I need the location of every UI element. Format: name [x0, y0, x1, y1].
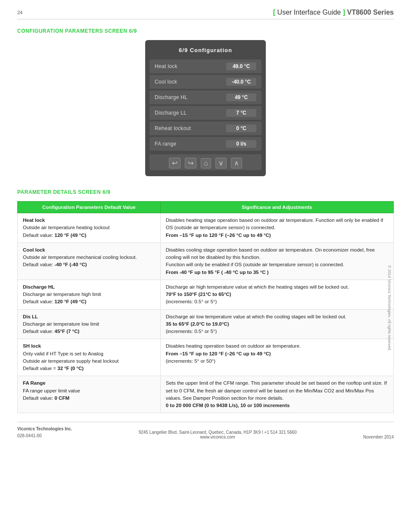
config-row-heat-lock: Heat lock 49.0 °C — [149, 59, 262, 73]
config-section-title: CONFIGURATION PARAMETERS SCREEN 6/9 — [17, 28, 394, 34]
series-label: VT8600 Series — [347, 9, 394, 16]
table-row-sh-lock: SH lock Only valid if HT Type is set to … — [18, 339, 394, 376]
heat-lock-label: Heat lock — [155, 63, 226, 69]
heat-lock-sig: Disables heating stage operation based o… — [160, 213, 393, 243]
discharge-hl-sig: Discharge air high temperature value at … — [160, 280, 393, 309]
copyright-text: © 2014 Viconics Technologies. All rights… — [387, 265, 392, 351]
fa-range-param: FA Range FA range upper limit value Defa… — [18, 376, 161, 413]
footer-right: November 2014 — [363, 435, 394, 439]
discharge-ll-label: Discharge LL — [155, 110, 226, 116]
header-title: [ User Interface Guide ] VT8600 Series — [273, 9, 394, 16]
table-row-cool-lock: Cool lock Outside air temperature mechan… — [18, 243, 394, 280]
config-buttons-row: ↩ ↪ ⌂ ∨ ∧ — [149, 154, 262, 170]
param-table: Configuration Parameters Default Value S… — [17, 201, 394, 413]
btn-forward[interactable]: ↪ — [185, 158, 196, 168]
fa-range-label: FA range — [155, 141, 226, 147]
footer-left: Viconics Technologies Inc. 028-0441-00 — [17, 426, 72, 439]
fa-range-sig: Sets the upper limit of the CFM range. T… — [160, 376, 393, 413]
page-footer: Viconics Technologies Inc. 028-0441-00 9… — [17, 422, 394, 439]
dis-ll-sig: Discharge air low temperature value at w… — [160, 309, 393, 339]
cool-lock-name: Cool lock — [23, 247, 45, 252]
discharge-hl-value: 49 °C — [226, 93, 256, 101]
footer-center: 9245 Langelier Blvd. Saint-Leonard, Queb… — [139, 430, 297, 439]
btn-down[interactable]: ∨ — [215, 158, 227, 168]
col-header-significance: Significance and Adjustments — [160, 202, 393, 213]
table-row-fa-range: FA Range FA range upper limit value Defa… — [18, 376, 394, 413]
config-screen-wrapper: 6/9 Configuration Heat lock 49.0 °C Cool… — [17, 40, 394, 176]
discharge-hl-name: Discharge HL — [23, 284, 55, 289]
discharge-hl-param: Discharge HL Discharge air temperature h… — [18, 280, 161, 309]
config-screen-title: 6/9 Configuration — [145, 47, 266, 53]
guide-label: User Interface Guide — [277, 9, 341, 16]
dis-ll-name: Dis LL — [23, 314, 38, 319]
footer-date: November 2014 — [363, 435, 394, 439]
dis-ll-param: Dis LL Discharge air temperature low lim… — [18, 309, 161, 339]
page-header: 24 [ User Interface Guide ] VT8600 Serie… — [17, 9, 394, 19]
param-details-title: PARAMETER DETAILS SCREEN 6/9 — [17, 189, 394, 195]
cool-lock-value: -40.0 °C — [226, 78, 256, 86]
reheat-lockout-value: 0 °C — [226, 124, 256, 132]
reheat-lockout-label: Reheat lockout — [155, 125, 226, 131]
footer-address: 9245 Langelier Blvd. Saint-Leonard, Queb… — [139, 430, 297, 435]
config-row-discharge-ll: Discharge LL 7 °C — [149, 106, 262, 120]
config-row-fa-range: FA range 0 l/s — [149, 137, 262, 151]
config-section: CONFIGURATION PARAMETERS SCREEN 6/9 6/9 … — [17, 28, 394, 176]
discharge-ll-value: 7 °C — [226, 109, 256, 117]
bracket-open: [ — [273, 9, 275, 16]
table-row-discharge-hl: Discharge HL Discharge air temperature h… — [18, 280, 394, 309]
cool-lock-param: Cool lock Outside air temperature mechan… — [18, 243, 161, 280]
btn-up[interactable]: ∧ — [231, 158, 242, 168]
config-row-reheat-lockout: Reheat lockout 0 °C — [149, 121, 262, 135]
heat-lock-value: 49.0 °C — [226, 62, 256, 70]
footer-doc-number: 028-0441-00 — [17, 433, 42, 438]
param-details-section: PARAMETER DETAILS SCREEN 6/9 Configurati… — [17, 189, 394, 413]
table-row-dis-ll: Dis LL Discharge air temperature low lim… — [18, 309, 394, 339]
config-row-discharge-hl: Discharge HL 49 °C — [149, 90, 262, 104]
btn-home[interactable]: ⌂ — [201, 158, 211, 168]
cool-lock-sig: Disables cooling stage operation based o… — [160, 243, 393, 280]
col-header-config: Configuration Parameters Default Value — [18, 202, 161, 213]
sh-lock-param: SH lock Only valid if HT Type is set to … — [18, 339, 161, 376]
fa-range-name: FA Range — [23, 380, 46, 386]
sh-lock-sig: Disables heating operation based on outd… — [160, 339, 393, 376]
sh-lock-name: SH lock — [23, 343, 41, 348]
footer-website: www.viconics.com — [200, 435, 235, 439]
discharge-hl-label: Discharge HL — [155, 94, 226, 100]
bracket-close: ] — [343, 9, 345, 16]
heat-lock-name: Heat lock — [23, 218, 45, 223]
btn-back[interactable]: ↩ — [169, 158, 181, 168]
page-number: 24 — [17, 10, 22, 15]
table-row-heat-lock: Heat lock Outside air temperature heatin… — [18, 213, 394, 243]
heat-lock-param: Heat lock Outside air temperature heatin… — [18, 213, 161, 243]
config-screen: 6/9 Configuration Heat lock 49.0 °C Cool… — [145, 40, 266, 176]
footer-company: Viconics Technologies Inc. — [17, 426, 72, 431]
cool-lock-label: Cool lock — [155, 79, 226, 85]
fa-range-value: 0 l/s — [226, 140, 256, 148]
config-row-cool-lock: Cool lock -40.0 °C — [149, 75, 262, 89]
